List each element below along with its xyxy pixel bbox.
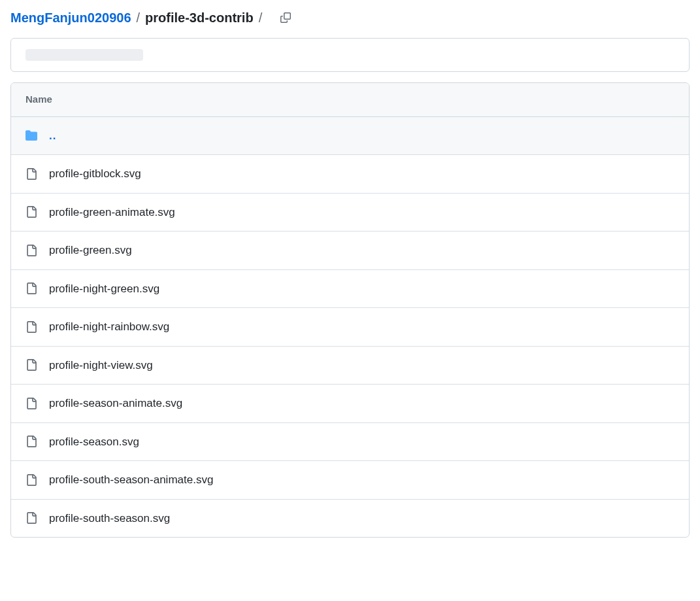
file-row[interactable]: profile-season-animate.svg xyxy=(11,385,689,423)
file-name: profile-gitblock.svg xyxy=(49,165,141,182)
name-column-header: Name xyxy=(25,94,52,105)
file-row[interactable]: profile-night-view.svg xyxy=(11,347,689,385)
branch-info-box xyxy=(10,38,690,72)
file-row[interactable]: profile-night-green.svg xyxy=(11,270,689,309)
file-icon xyxy=(25,359,37,371)
folder-icon xyxy=(25,129,37,141)
file-icon xyxy=(25,398,37,409)
file-name: profile-south-season.svg xyxy=(49,510,170,527)
file-icon xyxy=(25,283,37,294)
file-name: profile-night-rainbow.svg xyxy=(49,318,169,335)
file-name: profile-season-animate.svg xyxy=(49,395,182,412)
file-row[interactable]: profile-gitblock.svg xyxy=(11,155,689,194)
loading-skeleton xyxy=(25,49,143,61)
file-row[interactable]: profile-night-rainbow.svg xyxy=(11,308,689,347)
file-name: profile-night-view.svg xyxy=(49,357,153,374)
file-name: profile-night-green.svg xyxy=(49,281,159,298)
file-row[interactable]: profile-season.svg xyxy=(11,423,689,462)
file-row[interactable]: profile-green.svg xyxy=(11,232,689,270)
file-name: profile-south-season-animate.svg xyxy=(49,472,213,489)
file-icon xyxy=(25,512,37,524)
breadcrumb-separator: / xyxy=(137,8,141,27)
breadcrumb: MengFanjun020906 / profile-3d-contrib / xyxy=(10,0,690,38)
file-name: profile-green-animate.svg xyxy=(49,204,175,221)
file-name: profile-green.svg xyxy=(49,242,132,259)
parent-directory-link: .. xyxy=(49,128,56,145)
file-row[interactable]: profile-green-animate.svg xyxy=(11,194,689,232)
file-icon xyxy=(25,436,37,447)
file-icon xyxy=(25,245,37,256)
file-icon xyxy=(25,321,37,333)
file-row[interactable]: profile-south-season.svg xyxy=(11,500,689,538)
copy-path-button[interactable] xyxy=(276,9,295,27)
breadcrumb-repo-name: profile-3d-contrib xyxy=(145,8,254,27)
file-list-header: Name xyxy=(11,83,689,117)
file-row[interactable]: profile-south-season-animate.svg xyxy=(11,461,689,500)
copy-icon xyxy=(280,12,291,23)
breadcrumb-trailing-separator: / xyxy=(259,8,263,27)
file-icon xyxy=(25,474,37,486)
file-name: profile-season.svg xyxy=(49,434,139,451)
parent-directory-row[interactable]: .. xyxy=(11,117,689,156)
file-list: Name .. profile-gitblock.svgprofile-gree… xyxy=(10,82,690,538)
file-icon xyxy=(25,206,37,218)
file-icon xyxy=(25,168,37,180)
breadcrumb-owner-link[interactable]: MengFanjun020906 xyxy=(10,8,131,27)
